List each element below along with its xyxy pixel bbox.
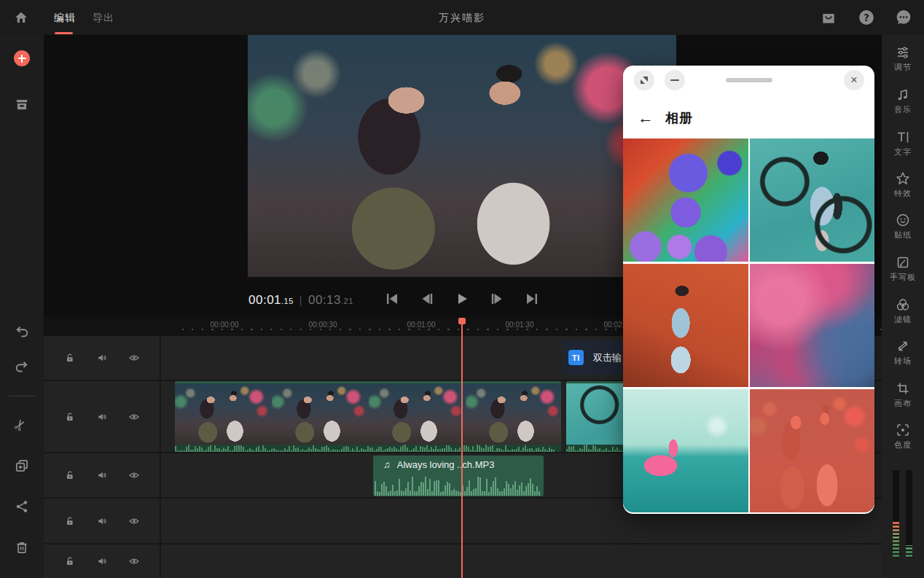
video-preview[interactable] xyxy=(248,35,676,277)
panel-title-row: ← 相册 xyxy=(638,109,693,127)
skip-to-end-button[interactable] xyxy=(525,292,539,306)
chat-more-icon xyxy=(896,9,912,26)
sidebar-item-canvas[interactable]: 画布 xyxy=(882,381,924,409)
photo-rainbow-bubbles[interactable] xyxy=(623,138,748,262)
sidebar-item-adjust[interactable]: 调节 xyxy=(882,45,924,73)
close-icon: × xyxy=(850,74,857,86)
photo-flamingo-float[interactable] xyxy=(623,389,748,512)
playhead[interactable] xyxy=(461,324,463,578)
visibility-toggle-icon[interactable] xyxy=(128,469,140,481)
redo-button[interactable] xyxy=(14,359,30,375)
mute-toggle-icon[interactable] xyxy=(96,469,108,481)
lock-open-icon[interactable] xyxy=(64,411,76,423)
active-tab-underline xyxy=(55,32,73,34)
skip-to-start-button[interactable] xyxy=(385,292,399,306)
sidebar-item-music[interactable]: 音乐 xyxy=(882,87,924,115)
undo-icon xyxy=(14,324,30,340)
photo-couple-selected[interactable] xyxy=(750,389,875,512)
sidebar-item-effects[interactable]: 特效 xyxy=(882,171,924,199)
sidebar-item-transitions[interactable]: 转场 xyxy=(882,339,924,367)
sidebar-item-chroma[interactable]: 色度 xyxy=(882,423,924,450)
skip-start-icon xyxy=(385,292,399,306)
sidebar-item-stickers[interactable]: 贴纸 xyxy=(882,213,924,241)
home-icon xyxy=(13,9,29,26)
minimize-icon xyxy=(670,79,679,81)
ruler-label: 00:01:30 xyxy=(506,321,534,329)
visibility-toggle-icon[interactable] xyxy=(128,555,140,567)
panel-close-button[interactable]: × xyxy=(844,70,864,90)
mute-toggle-icon[interactable] xyxy=(96,411,108,423)
visibility-toggle-icon[interactable] xyxy=(128,411,140,423)
audio-level-meter-right xyxy=(906,470,912,558)
sidebar-item-text[interactable]: 文字 xyxy=(882,130,924,157)
back-button[interactable]: ← xyxy=(638,110,654,126)
lock-open-icon[interactable] xyxy=(64,469,76,481)
audio-waveform xyxy=(375,476,542,496)
panel-detach-button[interactable] xyxy=(634,70,654,90)
track-empty-2 xyxy=(44,544,882,578)
track-header xyxy=(44,453,160,497)
panel-minimize-button[interactable] xyxy=(665,70,685,90)
track-header xyxy=(44,544,160,578)
mute-toggle-icon[interactable] xyxy=(96,515,108,527)
text-icon xyxy=(896,130,910,144)
transitions-icon xyxy=(896,339,910,354)
redo-icon xyxy=(14,359,30,375)
clip-thumbnail xyxy=(369,383,466,445)
scissors-icon: ✂ xyxy=(10,415,30,434)
copy-button[interactable] xyxy=(14,458,30,474)
play-button[interactable] xyxy=(455,292,469,306)
delete-button[interactable] xyxy=(14,539,30,555)
panel-drag-handle[interactable] xyxy=(726,78,772,82)
sidebar-item-filters[interactable]: 滤镜 xyxy=(882,297,924,325)
right-sidebar: 调节 音乐 文字 特效 xyxy=(882,35,924,578)
copy-icon xyxy=(14,458,30,474)
lock-open-icon[interactable] xyxy=(64,555,76,567)
crop-icon xyxy=(896,381,910,396)
lock-open-icon[interactable] xyxy=(64,515,76,527)
ruler-label: 00:00:00 xyxy=(211,321,239,329)
sidebar-item-handwriting[interactable]: 手写板 xyxy=(882,255,924,283)
clip-thumbnail xyxy=(175,383,272,445)
duration-time: 00:13 xyxy=(308,293,341,307)
tab-export[interactable]: 导出 xyxy=(93,0,114,35)
left-toolbar: ✂ xyxy=(0,35,44,578)
feedback-button[interactable] xyxy=(896,9,912,26)
audio-clip-name: Always loving ..ch.MP3 xyxy=(397,459,495,470)
next-frame-button[interactable] xyxy=(490,292,504,306)
mute-toggle-icon[interactable] xyxy=(96,352,108,364)
media-library-icon xyxy=(14,96,30,112)
lock-open-icon[interactable] xyxy=(64,352,76,364)
share-button[interactable] xyxy=(14,499,30,515)
import-media-button[interactable] xyxy=(14,50,30,66)
clip-thumbnail xyxy=(272,383,369,445)
star-icon xyxy=(896,171,910,186)
visibility-toggle-icon[interactable] xyxy=(128,515,140,527)
help-button[interactable]: ? xyxy=(858,9,874,26)
home-button[interactable] xyxy=(13,9,29,26)
tab-edit[interactable]: 编辑 xyxy=(54,0,76,35)
shopping-bag-icon xyxy=(821,9,837,26)
meter-level xyxy=(893,522,899,557)
share-icon xyxy=(14,499,30,515)
sliders-icon xyxy=(896,45,910,60)
transport-controls xyxy=(385,292,539,306)
mute-toggle-icon[interactable] xyxy=(96,555,108,567)
previous-frame-button[interactable] xyxy=(420,292,434,306)
cut-button[interactable]: ✂ xyxy=(14,417,30,433)
store-button[interactable] xyxy=(821,9,837,26)
photo-pink-blue-ink[interactable] xyxy=(750,264,875,387)
undo-button[interactable] xyxy=(14,324,30,340)
audio-clip[interactable]: ♫ Always loving ..ch.MP3 xyxy=(373,456,544,496)
photo-man-graffiti[interactable] xyxy=(750,138,875,262)
timecode-display: 00:01.15|00:13.21 xyxy=(248,293,353,308)
text-clip-badge: TI xyxy=(568,350,584,365)
play-icon xyxy=(455,292,469,306)
visibility-toggle-icon[interactable] xyxy=(128,352,140,364)
media-library-button[interactable] xyxy=(14,96,30,112)
photo-grid xyxy=(623,138,874,512)
toolbar-divider xyxy=(9,396,35,397)
duration-frames: .21 xyxy=(341,297,353,305)
photo-woman-orange-wall[interactable] xyxy=(623,264,748,387)
video-clip-couple[interactable] xyxy=(175,381,561,452)
